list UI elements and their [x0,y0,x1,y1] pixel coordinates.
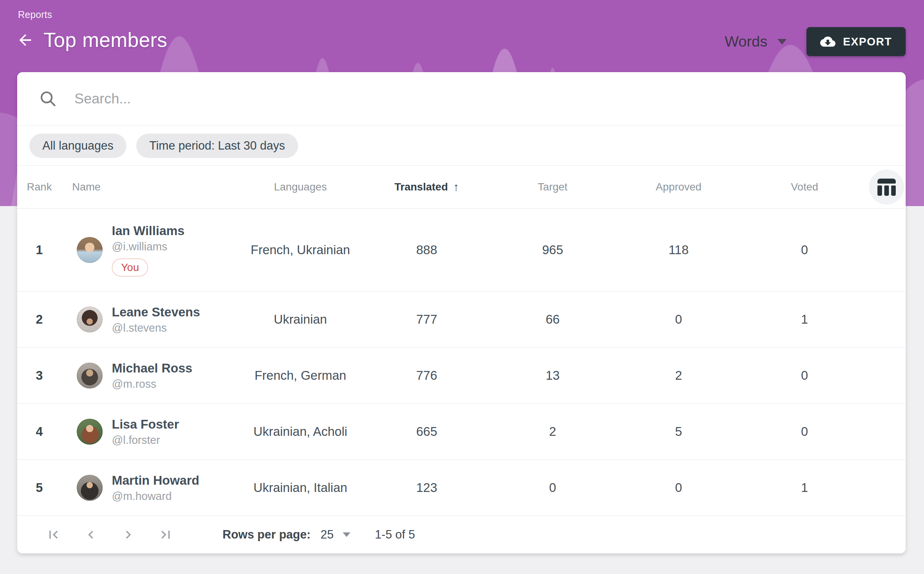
column-header-rank[interactable]: Rank [17,181,67,193]
search-input[interactable] [74,91,883,107]
name-cell: Michael Ross @m.ross [67,361,237,390]
you-badge: You [112,258,148,277]
languages-cell: French, German [237,368,364,383]
table-row[interactable]: 3 Michael Ross @m.ross French, German 77… [17,348,906,404]
export-button-label: EXPORT [843,35,892,48]
approved-cell: 5 [616,424,742,439]
member-username: @i.williams [112,240,184,253]
target-cell: 66 [490,312,616,327]
cloud-download-icon [820,34,835,49]
avatar [77,475,103,501]
member-username: @l.forster [112,434,179,447]
name-cell: Leane Stevens @l.stevens [67,305,237,334]
first-page-icon [45,527,61,543]
translated-cell: 777 [364,312,490,327]
translated-cell: 776 [364,368,490,383]
last-page-button[interactable] [156,525,175,544]
search-icon [39,90,57,108]
unit-selector[interactable]: Words [725,33,787,50]
voted-cell: 0 [742,368,868,383]
chevron-down-icon [777,39,787,45]
member-name: Martin Howard [112,473,199,488]
rank-cell: 1 [17,243,67,257]
previous-page-button[interactable] [81,525,100,544]
avatar [77,419,103,445]
table-row[interactable]: 5 Martin Howard @m.howard Ukrainian, Ita… [17,460,906,516]
unit-selector-value: Words [725,33,768,50]
column-header-languages[interactable]: Languages [237,181,364,193]
rows-per-page-select[interactable]: 25 [321,528,350,542]
column-settings-button[interactable] [869,169,904,205]
report-card: All languages Time period: Last 30 days … [17,72,906,553]
target-cell: 0 [490,480,616,495]
member-name: Lisa Foster [112,417,179,432]
rank-cell: 4 [17,424,67,439]
member-name: Leane Stevens [112,305,200,319]
last-page-icon [158,527,174,543]
table-row[interactable]: 4 Lisa Foster @l.forster Ukrainian, Acho… [17,404,906,460]
chevron-right-icon [120,527,136,543]
export-button[interactable]: EXPORT [806,27,906,56]
column-header-voted[interactable]: Voted [742,181,868,193]
name-cell: Ian Williams @i.williams You [67,224,237,277]
member-username: @l.stevens [112,322,200,334]
rank-cell: 3 [17,368,67,383]
voted-cell: 1 [742,480,868,495]
approved-cell: 0 [616,312,742,327]
languages-cell: Ukrainian [237,312,364,327]
voted-cell: 0 [742,424,868,439]
arrow-left-icon [16,31,34,49]
search-bar [17,72,906,126]
rows-per-page-value: 25 [321,528,334,542]
table-columns-icon [877,179,896,196]
rank-cell: 2 [17,312,67,327]
filter-chip-languages[interactable]: All languages [29,134,126,158]
voted-cell: 0 [742,243,868,257]
translated-cell: 665 [364,424,490,439]
approved-cell: 0 [616,480,742,495]
target-cell: 965 [490,243,616,257]
column-header-approved[interactable]: Approved [616,181,742,193]
translated-cell: 888 [364,243,490,257]
member-name: Ian Williams [112,224,184,238]
first-page-button[interactable] [44,525,63,544]
target-cell: 2 [490,424,616,439]
chevron-left-icon [83,527,99,543]
approved-cell: 118 [616,243,742,257]
languages-cell: Ukrainian, Italian [237,480,364,495]
avatar [77,306,103,332]
name-cell: Lisa Foster @l.forster [67,417,237,447]
breadcrumb: Reports [18,9,52,20]
chevron-down-icon [343,532,350,537]
next-page-button[interactable] [119,525,138,544]
pagination-range: 1-5 of 5 [375,528,415,542]
avatar [77,363,103,389]
sort-ascending-icon: ↑ [453,181,459,193]
languages-cell: Ukrainian, Acholi [237,424,364,439]
column-header-translated[interactable]: Translated ↑ [364,181,490,193]
member-name: Michael Ross [112,361,192,376]
table-row[interactable]: 2 Leane Stevens @l.stevens Ukrainian 777… [17,292,906,348]
name-cell: Martin Howard @m.howard [67,473,237,503]
voted-cell: 1 [742,312,868,327]
target-cell: 13 [490,368,616,383]
avatar [77,237,103,263]
back-button[interactable] [15,29,36,51]
page-title: Top members [44,28,167,52]
table-body: 1 Ian Williams @i.williams You French, U… [17,209,906,516]
filter-bar: All languages Time period: Last 30 days [17,126,906,166]
rows-per-page-label: Rows per page: [223,528,311,542]
column-header-name[interactable]: Name [67,181,237,193]
table-pagination: Rows per page: 25 1-5 of 5 [17,516,906,553]
table-header: Rank Name Languages Translated ↑ Target … [17,166,906,209]
languages-cell: French, Ukrainian [237,243,364,257]
member-username: @m.howard [112,490,199,503]
member-username: @m.ross [112,378,192,390]
rank-cell: 5 [17,480,67,495]
filter-chip-time-period[interactable]: Time period: Last 30 days [136,134,298,158]
translated-cell: 123 [364,480,490,495]
approved-cell: 2 [616,368,742,383]
column-header-target[interactable]: Target [490,181,616,193]
table-row[interactable]: 1 Ian Williams @i.williams You French, U… [17,209,906,292]
